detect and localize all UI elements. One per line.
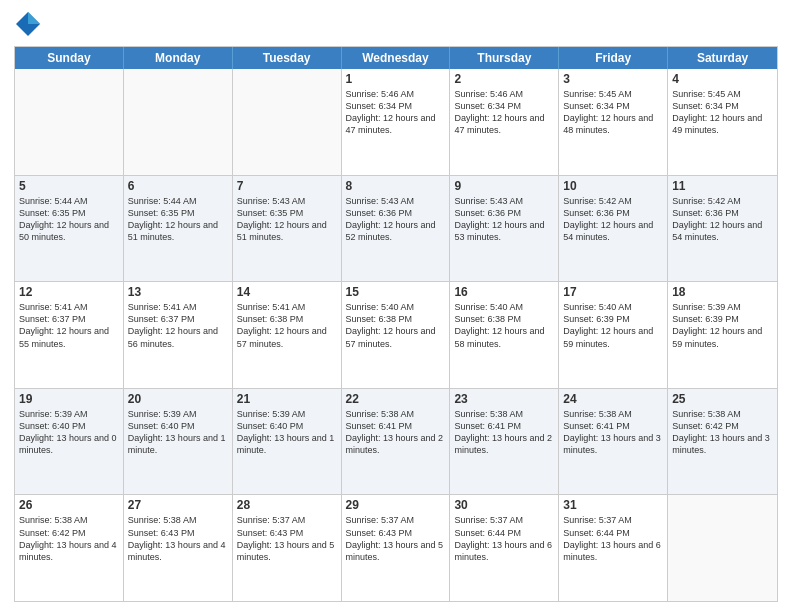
calendar-cell: 26Sunrise: 5:38 AM Sunset: 6:42 PM Dayli… <box>15 495 124 601</box>
day-info: Sunrise: 5:37 AM Sunset: 6:44 PM Dayligh… <box>454 514 554 563</box>
calendar-cell <box>15 69 124 175</box>
calendar-cell: 7Sunrise: 5:43 AM Sunset: 6:35 PM Daylig… <box>233 176 342 282</box>
calendar-cell <box>124 69 233 175</box>
calendar-cell: 19Sunrise: 5:39 AM Sunset: 6:40 PM Dayli… <box>15 389 124 495</box>
calendar-cell: 14Sunrise: 5:41 AM Sunset: 6:38 PM Dayli… <box>233 282 342 388</box>
day-info: Sunrise: 5:42 AM Sunset: 6:36 PM Dayligh… <box>563 195 663 244</box>
day-number: 9 <box>454 179 554 193</box>
calendar-cell: 28Sunrise: 5:37 AM Sunset: 6:43 PM Dayli… <box>233 495 342 601</box>
day-number: 13 <box>128 285 228 299</box>
day-number: 29 <box>346 498 446 512</box>
day-info: Sunrise: 5:45 AM Sunset: 6:34 PM Dayligh… <box>672 88 773 137</box>
day-info: Sunrise: 5:44 AM Sunset: 6:35 PM Dayligh… <box>128 195 228 244</box>
calendar-cell: 25Sunrise: 5:38 AM Sunset: 6:42 PM Dayli… <box>668 389 777 495</box>
day-number: 25 <box>672 392 773 406</box>
calendar-row-3: 12Sunrise: 5:41 AM Sunset: 6:37 PM Dayli… <box>15 281 777 388</box>
day-info: Sunrise: 5:40 AM Sunset: 6:38 PM Dayligh… <box>454 301 554 350</box>
day-number: 30 <box>454 498 554 512</box>
day-info: Sunrise: 5:43 AM Sunset: 6:35 PM Dayligh… <box>237 195 337 244</box>
calendar-cell: 29Sunrise: 5:37 AM Sunset: 6:43 PM Dayli… <box>342 495 451 601</box>
day-number: 4 <box>672 72 773 86</box>
day-number: 28 <box>237 498 337 512</box>
calendar-row-1: 1Sunrise: 5:46 AM Sunset: 6:34 PM Daylig… <box>15 69 777 175</box>
day-info: Sunrise: 5:41 AM Sunset: 6:38 PM Dayligh… <box>237 301 337 350</box>
day-number: 5 <box>19 179 119 193</box>
day-number: 10 <box>563 179 663 193</box>
day-number: 14 <box>237 285 337 299</box>
header <box>14 10 778 38</box>
calendar-cell: 24Sunrise: 5:38 AM Sunset: 6:41 PM Dayli… <box>559 389 668 495</box>
calendar-body: 1Sunrise: 5:46 AM Sunset: 6:34 PM Daylig… <box>15 69 777 601</box>
day-number: 21 <box>237 392 337 406</box>
day-info: Sunrise: 5:38 AM Sunset: 6:42 PM Dayligh… <box>672 408 773 457</box>
calendar-cell <box>233 69 342 175</box>
col-wednesday: Wednesday <box>342 47 451 69</box>
day-number: 22 <box>346 392 446 406</box>
day-number: 6 <box>128 179 228 193</box>
col-sunday: Sunday <box>15 47 124 69</box>
col-thursday: Thursday <box>450 47 559 69</box>
day-number: 20 <box>128 392 228 406</box>
calendar-cell: 27Sunrise: 5:38 AM Sunset: 6:43 PM Dayli… <box>124 495 233 601</box>
calendar-cell: 18Sunrise: 5:39 AM Sunset: 6:39 PM Dayli… <box>668 282 777 388</box>
day-info: Sunrise: 5:39 AM Sunset: 6:40 PM Dayligh… <box>237 408 337 457</box>
day-number: 1 <box>346 72 446 86</box>
calendar-cell: 15Sunrise: 5:40 AM Sunset: 6:38 PM Dayli… <box>342 282 451 388</box>
calendar-cell: 30Sunrise: 5:37 AM Sunset: 6:44 PM Dayli… <box>450 495 559 601</box>
calendar-cell: 12Sunrise: 5:41 AM Sunset: 6:37 PM Dayli… <box>15 282 124 388</box>
calendar-cell: 2Sunrise: 5:46 AM Sunset: 6:34 PM Daylig… <box>450 69 559 175</box>
day-info: Sunrise: 5:38 AM Sunset: 6:41 PM Dayligh… <box>454 408 554 457</box>
day-info: Sunrise: 5:37 AM Sunset: 6:44 PM Dayligh… <box>563 514 663 563</box>
day-number: 24 <box>563 392 663 406</box>
day-number: 17 <box>563 285 663 299</box>
day-info: Sunrise: 5:38 AM Sunset: 6:41 PM Dayligh… <box>346 408 446 457</box>
day-info: Sunrise: 5:40 AM Sunset: 6:38 PM Dayligh… <box>346 301 446 350</box>
day-info: Sunrise: 5:37 AM Sunset: 6:43 PM Dayligh… <box>346 514 446 563</box>
day-number: 16 <box>454 285 554 299</box>
day-number: 27 <box>128 498 228 512</box>
day-info: Sunrise: 5:46 AM Sunset: 6:34 PM Dayligh… <box>454 88 554 137</box>
col-saturday: Saturday <box>668 47 777 69</box>
col-friday: Friday <box>559 47 668 69</box>
col-tuesday: Tuesday <box>233 47 342 69</box>
calendar-cell: 13Sunrise: 5:41 AM Sunset: 6:37 PM Dayli… <box>124 282 233 388</box>
day-number: 19 <box>19 392 119 406</box>
day-info: Sunrise: 5:39 AM Sunset: 6:40 PM Dayligh… <box>128 408 228 457</box>
calendar-cell: 16Sunrise: 5:40 AM Sunset: 6:38 PM Dayli… <box>450 282 559 388</box>
calendar-cell: 3Sunrise: 5:45 AM Sunset: 6:34 PM Daylig… <box>559 69 668 175</box>
calendar-cell: 6Sunrise: 5:44 AM Sunset: 6:35 PM Daylig… <box>124 176 233 282</box>
day-info: Sunrise: 5:38 AM Sunset: 6:41 PM Dayligh… <box>563 408 663 457</box>
day-info: Sunrise: 5:43 AM Sunset: 6:36 PM Dayligh… <box>346 195 446 244</box>
day-info: Sunrise: 5:44 AM Sunset: 6:35 PM Dayligh… <box>19 195 119 244</box>
calendar-cell <box>668 495 777 601</box>
calendar-cell: 11Sunrise: 5:42 AM Sunset: 6:36 PM Dayli… <box>668 176 777 282</box>
logo <box>14 10 46 38</box>
day-number: 31 <box>563 498 663 512</box>
calendar-cell: 23Sunrise: 5:38 AM Sunset: 6:41 PM Dayli… <box>450 389 559 495</box>
day-info: Sunrise: 5:46 AM Sunset: 6:34 PM Dayligh… <box>346 88 446 137</box>
day-info: Sunrise: 5:37 AM Sunset: 6:43 PM Dayligh… <box>237 514 337 563</box>
calendar-header: Sunday Monday Tuesday Wednesday Thursday… <box>15 47 777 69</box>
day-number: 7 <box>237 179 337 193</box>
day-number: 26 <box>19 498 119 512</box>
calendar-cell: 9Sunrise: 5:43 AM Sunset: 6:36 PM Daylig… <box>450 176 559 282</box>
calendar-cell: 4Sunrise: 5:45 AM Sunset: 6:34 PM Daylig… <box>668 69 777 175</box>
day-info: Sunrise: 5:38 AM Sunset: 6:42 PM Dayligh… <box>19 514 119 563</box>
calendar-cell: 10Sunrise: 5:42 AM Sunset: 6:36 PM Dayli… <box>559 176 668 282</box>
calendar: Sunday Monday Tuesday Wednesday Thursday… <box>14 46 778 602</box>
svg-marker-1 <box>28 12 40 24</box>
calendar-cell: 1Sunrise: 5:46 AM Sunset: 6:34 PM Daylig… <box>342 69 451 175</box>
col-monday: Monday <box>124 47 233 69</box>
day-info: Sunrise: 5:39 AM Sunset: 6:39 PM Dayligh… <box>672 301 773 350</box>
day-number: 3 <box>563 72 663 86</box>
day-number: 8 <box>346 179 446 193</box>
day-number: 18 <box>672 285 773 299</box>
day-info: Sunrise: 5:38 AM Sunset: 6:43 PM Dayligh… <box>128 514 228 563</box>
day-info: Sunrise: 5:41 AM Sunset: 6:37 PM Dayligh… <box>19 301 119 350</box>
calendar-cell: 21Sunrise: 5:39 AM Sunset: 6:40 PM Dayli… <box>233 389 342 495</box>
day-info: Sunrise: 5:43 AM Sunset: 6:36 PM Dayligh… <box>454 195 554 244</box>
day-info: Sunrise: 5:42 AM Sunset: 6:36 PM Dayligh… <box>672 195 773 244</box>
day-number: 15 <box>346 285 446 299</box>
day-number: 2 <box>454 72 554 86</box>
day-info: Sunrise: 5:40 AM Sunset: 6:39 PM Dayligh… <box>563 301 663 350</box>
